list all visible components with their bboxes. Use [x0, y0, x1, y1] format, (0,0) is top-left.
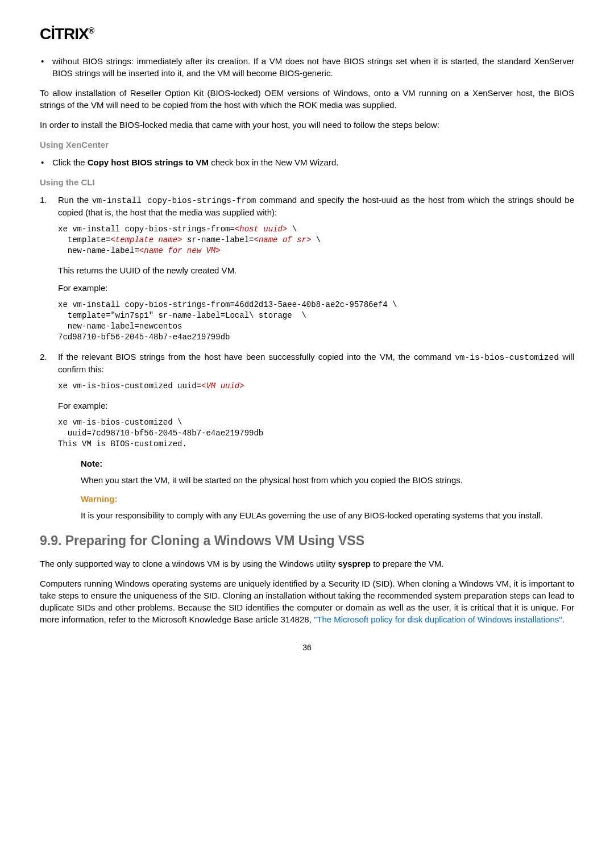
clone-para-1: The only supported way to clone a window…	[40, 558, 574, 570]
kb-article-link[interactable]: "The Microsoft policy for disk duplicati…	[314, 614, 562, 624]
bullet-item: Click the Copy host BIOS strings to VM c…	[40, 156, 574, 168]
step-2: If the relevant BIOS strings from the ho…	[40, 351, 574, 521]
section-heading: 9.9. Preparing for Cloning a Windows VM …	[40, 531, 574, 550]
citrix-logo: CİTRIX®	[40, 23, 574, 45]
note-label: Note:	[81, 458, 574, 470]
step-text: For example:	[58, 400, 574, 412]
bullet-item: without BIOS strings: immediately after …	[40, 55, 574, 79]
bios-strings-bullet: without BIOS strings: immediately after …	[40, 55, 574, 79]
step-1: Run the vm-install copy-bios-strings-fro…	[40, 194, 574, 343]
code-block: xe vm-install copy-bios-strings-from=<ho…	[58, 224, 574, 256]
code-block: xe vm-install copy-bios-strings-from=46d…	[58, 300, 574, 343]
note-block: Note: When you start the VM, it will be …	[81, 458, 574, 486]
install-steps-intro: In order to install the BIOS-locked medi…	[40, 119, 574, 131]
step-text: This returns the UUID of the newly creat…	[58, 264, 574, 276]
page-number: 36	[40, 642, 574, 654]
warning-body: It is your responsibility to comply with…	[81, 509, 574, 521]
warning-label: Warning:	[81, 493, 574, 505]
cli-steps: Run the vm-install copy-bios-strings-fro…	[40, 194, 574, 521]
warning-block: Warning: It is your responsibility to co…	[81, 493, 574, 521]
code-block: xe vm-is-bios-customized \ uuid=7cd98710…	[58, 417, 574, 450]
inline-code: vm-install copy-bios-strings-from	[92, 196, 256, 205]
subhead-cli: Using the CLI	[40, 176, 574, 188]
xencenter-bullet: Click the Copy host BIOS strings to VM c…	[40, 156, 574, 168]
code-block: xe vm-is-bios-customized uuid=<VM uuid>	[58, 381, 574, 392]
note-body: When you start the VM, it will be starte…	[81, 474, 574, 486]
clone-para-2: Computers running Windows operating syst…	[40, 578, 574, 625]
subhead-xencenter: Using XenCenter	[40, 139, 574, 151]
inline-code: vm-is-bios-customized	[455, 353, 559, 362]
step-text: For example:	[58, 282, 574, 294]
reseller-paragraph: To allow installation of Reseller Option…	[40, 87, 574, 111]
